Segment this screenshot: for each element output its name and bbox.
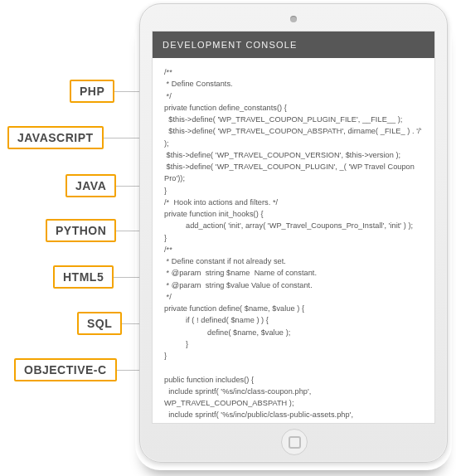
tag-connector	[114, 370, 141, 371]
camera-icon	[290, 16, 297, 22]
lang-tag-java: JAVA	[65, 174, 116, 197]
lang-tag-sql: SQL	[77, 312, 122, 335]
lang-tag-javascript: JAVASCRIPT	[7, 126, 104, 149]
tag-connector	[98, 138, 141, 138]
tag-connector	[113, 231, 141, 231]
lang-tag-html5: HTML5	[53, 265, 114, 289]
lang-tag-php: PHP	[70, 80, 114, 103]
lang-tag-objective-c: OBJECTIVE-C	[14, 358, 117, 381]
tablet-frame: DEVELOPMENT CONSOLE /** * Define Constan…	[139, 3, 448, 463]
code-content: /** * Define Constants. */ private funct…	[153, 58, 434, 424]
home-button[interactable]	[281, 429, 308, 455]
tag-connector	[112, 91, 141, 92]
tablet-screen: DEVELOPMENT CONSOLE /** * Define Constan…	[152, 31, 435, 424]
home-button-icon	[289, 436, 301, 449]
console-title: DEVELOPMENT CONSOLE	[153, 32, 434, 58]
lang-tag-python: PYTHON	[46, 219, 116, 242]
tag-connector	[113, 277, 141, 278]
